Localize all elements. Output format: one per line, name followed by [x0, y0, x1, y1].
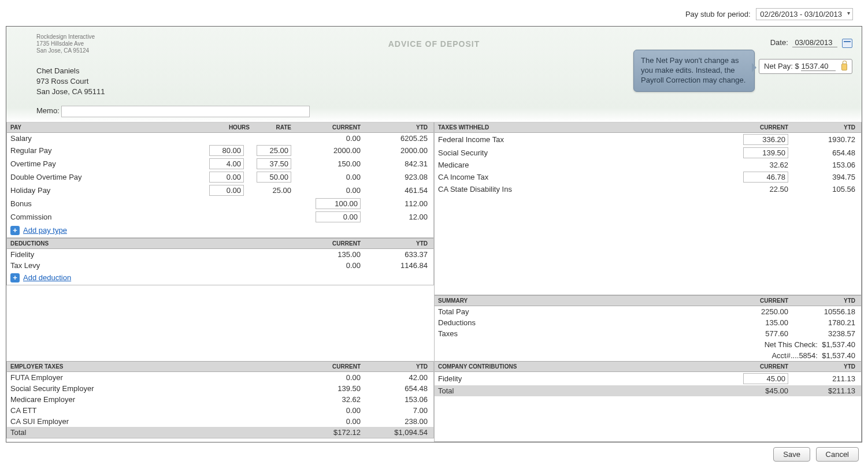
rate-input[interactable]: 25.00 [257, 145, 291, 156]
row-label: Medicare Employer [10, 395, 303, 404]
current-input[interactable]: 139.50 [743, 147, 788, 158]
memo-row: Memo: [36, 106, 851, 117]
row-ytd: 394.75 [788, 173, 858, 181]
col-right-upper: TAXES WITHHELD Current YTD Federal Incom… [434, 122, 862, 362]
summary-footer2: Acct#....5854: $1,537.40 [435, 350, 861, 361]
row-current: 0.00 [303, 373, 361, 382]
netpay-label: Net Pay: $ [764, 62, 799, 70]
cancel-button[interactable]: Cancel [816, 447, 859, 462]
add-deduction-row: + Add deduction [7, 271, 433, 285]
col-left-upper: PAY Hours Rate Current YTD Salary0.00620… [6, 122, 434, 362]
current-input[interactable]: 0.00 [316, 211, 361, 222]
pay-ytd: 923.08 [361, 173, 430, 181]
memo-input[interactable] [61, 106, 310, 117]
hours-input[interactable]: 80.00 [209, 145, 244, 156]
calendar-icon[interactable] [842, 39, 852, 48]
pay-ytd: 461.54 [361, 186, 430, 195]
current-input[interactable]: 100.00 [316, 198, 361, 209]
total-label: Total [438, 386, 730, 395]
date-input[interactable]: 03/08/2013 [792, 38, 837, 47]
table-row: Medicare Employer32.62153.06 [7, 394, 433, 405]
pay-label: Bonus [10, 199, 209, 208]
date-block: Date: 03/08/2013 [770, 38, 852, 48]
row-ytd: 211.13 [788, 374, 858, 383]
spacer [6, 285, 434, 339]
row-current: 32.62 [303, 395, 361, 404]
table-row: Tax Levy0.001146.84 [7, 260, 433, 271]
row-label: Fidelity [10, 250, 291, 259]
row-current: 0.00 [303, 417, 361, 426]
col-ytd: YTD [361, 240, 430, 247]
row-label: Social Security [438, 148, 730, 157]
pay-label: Regular Pay [10, 146, 209, 155]
hours-input[interactable]: 4.00 [209, 158, 244, 169]
table-row: Fidelity135.00633.37 [7, 249, 433, 260]
taxes-withheld-section: TAXES WITHHELD Current YTD Federal Incom… [434, 122, 862, 295]
table-row: Deductions135.001780.21 [435, 317, 861, 328]
pay-current: 0.00 [291, 186, 361, 195]
plus-icon[interactable]: + [10, 273, 20, 282]
pay-hours: 4.00 [209, 158, 250, 169]
rate-input[interactable]: 50.00 [257, 172, 291, 183]
lower-grid: EMPLOYER TAXES Current YTD FUTA Employer… [6, 362, 862, 442]
pay-label: Double Overtime Pay [10, 173, 209, 181]
row-current: 0.00 [291, 261, 361, 270]
plus-icon[interactable]: + [10, 226, 20, 235]
netpay-tooltip: The Net Pay won't change as you make edi… [633, 50, 755, 92]
add-pay-link[interactable]: Add pay type [23, 226, 67, 235]
col-ytd: YTD [361, 124, 430, 131]
pay-hours: 0.00 [209, 185, 250, 196]
pay-ytd: 12.00 [361, 213, 430, 221]
row-label: Federal Income Tax [438, 135, 730, 144]
period-select[interactable]: 02/26/2013 - 03/10/2013 [756, 8, 853, 20]
hours-input[interactable]: 0.00 [209, 185, 244, 196]
current-input[interactable]: 45.00 [743, 373, 788, 384]
pay-row: Regular Pay80.0025.002000.002000.00 [7, 144, 433, 157]
col-hours: Hours [209, 124, 250, 131]
total-label: Total [10, 428, 303, 437]
row-current: 139.50 [730, 147, 788, 158]
row-label: Deductions [438, 318, 730, 327]
pay-header: PAY Hours Rate Current YTD [7, 122, 433, 133]
netpay-value: 1537.40 [801, 62, 836, 71]
employer-taxes-section: EMPLOYER TAXES Current YTD FUTA Employer… [6, 361, 434, 438]
add-deduction-link[interactable]: Add deduction [23, 273, 71, 282]
col-current: Current [291, 240, 361, 247]
company-contrib-title: COMPANY CONTRIBUTIONS [438, 363, 719, 370]
employer-taxes-header: EMPLOYER TAXES Current YTD [7, 361, 433, 372]
current-input[interactable]: 336.20 [743, 134, 788, 145]
advice-title: ADVICE OF DEPOSIT [388, 39, 480, 49]
summary-title: SUMMARY [438, 298, 719, 304]
pay-current: 0.00 [291, 211, 361, 222]
row-ytd: 1930.72 [788, 135, 858, 144]
pay-current: 0.00 [291, 173, 361, 181]
hours-input[interactable]: 0.00 [209, 172, 244, 183]
taxes-title: TAXES WITHHELD [438, 124, 719, 131]
row-ytd: 10556.18 [788, 307, 858, 316]
row-ytd: 633.37 [361, 250, 430, 259]
pay-ytd: 842.31 [361, 159, 430, 168]
table-row: Taxes577.603238.57 [435, 328, 861, 339]
row-current: 336.20 [730, 134, 788, 145]
company-contrib-total: Total $45.00 $211.13 [435, 385, 861, 396]
table-row: FUTA Employer0.0042.00 [7, 372, 433, 383]
pay-ytd: 112.00 [361, 199, 430, 208]
total-ytd: $211.13 [788, 386, 858, 395]
save-button[interactable]: Save [773, 447, 810, 462]
row-label: Taxes [438, 329, 730, 338]
total-current: $172.12 [303, 428, 361, 437]
table-row: Medicare32.62153.06 [435, 159, 861, 170]
row-current: 135.00 [730, 318, 788, 327]
row-label: Medicare [438, 161, 730, 169]
pay-label: Commission [10, 213, 209, 221]
col-current: Current [291, 124, 361, 131]
table-row: CA SUI Employer0.00238.00 [7, 416, 433, 427]
rate-input[interactable]: 37.50 [257, 158, 291, 169]
current-input[interactable]: 46.78 [743, 172, 788, 183]
pay-ytd: 6205.25 [361, 134, 430, 143]
row-current: 45.00 [730, 373, 788, 384]
pay-hours: 80.00 [209, 145, 250, 156]
summary-header: SUMMARY Current YTD [435, 295, 861, 306]
pay-hours: 0.00 [209, 172, 250, 183]
lock-icon [841, 64, 847, 70]
